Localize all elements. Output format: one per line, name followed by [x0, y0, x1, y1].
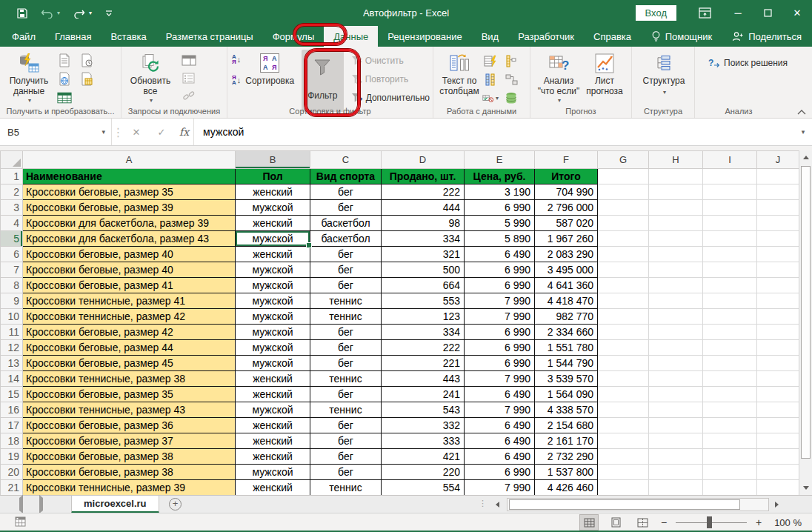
empty-cell[interactable] — [598, 278, 649, 293]
macro-record-button[interactable] — [15, 516, 27, 528]
maximize-button[interactable] — [753, 0, 782, 26]
empty-cell[interactable] — [649, 309, 703, 325]
cell-price[interactable]: 3 190 — [465, 184, 535, 200]
flash-fill-button[interactable] — [482, 53, 499, 68]
cell-name[interactable]: Кроссовки беговые, размер 39 — [23, 200, 236, 216]
cell-sold[interactable]: 220 — [382, 465, 465, 480]
cell-sold[interactable]: 332 — [382, 418, 465, 433]
row-header[interactable]: 1 — [1, 169, 23, 184]
cell-total[interactable]: 2 732 290 — [535, 449, 598, 465]
cell-price[interactable]: 6 490 — [465, 433, 535, 449]
sort-descending-button[interactable]: ЯА↓ — [232, 75, 241, 85]
zoom-slider[interactable] — [676, 516, 747, 528]
cell-gender[interactable]: женский — [236, 433, 310, 449]
cell-name[interactable]: Кроссовки беговые, размер 41 — [23, 278, 236, 293]
cell-price[interactable]: 7 990 — [465, 402, 535, 418]
undo-button[interactable]: ▾ — [41, 8, 60, 19]
row-header[interactable]: 15 — [1, 387, 23, 402]
cell-total[interactable]: 1 967 260 — [535, 231, 598, 247]
cell-price[interactable]: 6 990 — [465, 278, 535, 293]
cell-name[interactable]: Кроссовки теннисные, размер 42 — [23, 309, 236, 325]
cell-name[interactable]: Кроссовки для баскетбола, размер 39 — [23, 216, 236, 231]
structure-button[interactable]: Структура ▾ — [638, 50, 690, 96]
row-header[interactable]: 9 — [1, 293, 23, 309]
empty-cell[interactable] — [757, 231, 799, 247]
formula-bar-expand-icon[interactable]: ▾ — [794, 119, 812, 145]
horizontal-scrollbar[interactable] — [507, 498, 769, 511]
data-validation-button[interactable]: ▾ — [482, 90, 499, 105]
row-header[interactable]: 21 — [1, 480, 23, 496]
cell-total[interactable]: 1 544 790 — [535, 356, 598, 371]
scroll-right-button[interactable] — [771, 498, 784, 511]
empty-cell[interactable] — [757, 480, 799, 496]
manage-data-model-button[interactable] — [503, 90, 519, 105]
empty-cell[interactable] — [598, 402, 649, 418]
vertical-scrollbar-thumb[interactable] — [801, 166, 811, 459]
from-web-button[interactable] — [56, 72, 73, 87]
view-page-layout-button[interactable] — [606, 514, 625, 531]
zoom-level[interactable]: 100 % — [771, 517, 802, 528]
header-cell-total[interactable]: Итого — [535, 169, 598, 184]
forecast-sheet-button[interactable]: Лист прогноза — [582, 50, 627, 97]
refresh-all-button[interactable]: Обновить все ▾ — [126, 50, 175, 104]
cell-name[interactable]: Кроссовки беговые, размер 35 — [23, 184, 236, 200]
cell-name[interactable]: Кроссовки теннисные, размер 41 — [23, 293, 236, 309]
cell-total[interactable]: 4 338 570 — [535, 402, 598, 418]
cell-name[interactable]: Кроссовки беговые, размер 45 — [23, 356, 236, 371]
from-table-button[interactable] — [79, 72, 95, 87]
cell-gender[interactable]: женский — [236, 247, 310, 262]
empty-cell[interactable] — [649, 216, 703, 231]
cell-gender[interactable]: женский — [236, 371, 310, 387]
cell-sport[interactable]: бег — [310, 184, 382, 200]
cell-name[interactable]: Кроссовки теннисные, размер 39 — [23, 480, 236, 496]
empty-cell[interactable] — [598, 231, 649, 247]
empty-cell[interactable] — [598, 325, 649, 340]
row-header[interactable]: 6 — [1, 247, 23, 262]
empty-cell[interactable] — [598, 356, 649, 371]
cell-gender[interactable]: мужской — [236, 278, 310, 293]
empty-cell[interactable] — [757, 325, 799, 340]
empty-cell[interactable] — [703, 309, 757, 325]
cell-sold[interactable]: 543 — [382, 402, 465, 418]
properties-button[interactable] — [181, 71, 197, 86]
empty-cell[interactable] — [598, 216, 649, 231]
row-header[interactable]: 7 — [1, 262, 23, 278]
cell-gender[interactable]: женский — [236, 418, 310, 433]
empty-cell[interactable] — [598, 169, 649, 184]
cell-sport[interactable]: бег — [310, 387, 382, 402]
empty-cell[interactable] — [703, 418, 757, 433]
share-button[interactable]: Поделиться — [722, 31, 812, 42]
login-button[interactable]: Вход — [636, 5, 676, 21]
cell-gender[interactable]: мужской — [236, 293, 310, 309]
cell-sport[interactable]: теннис — [310, 371, 382, 387]
filter-button[interactable]: Фильтр — [302, 50, 343, 112]
new-sheet-button[interactable]: + — [169, 498, 182, 511]
cell-name[interactable]: Кроссовки беговые, размер 42 — [23, 325, 236, 340]
header-cell-gender[interactable]: Пол — [236, 169, 310, 184]
cell-sport[interactable]: бег — [310, 433, 382, 449]
cell-price[interactable]: 6 990 — [465, 262, 535, 278]
column-header[interactable]: I — [703, 151, 757, 169]
cell-total[interactable]: 704 990 — [535, 184, 598, 200]
empty-cell[interactable] — [649, 402, 703, 418]
cell-price[interactable]: 6 490 — [465, 387, 535, 402]
empty-cell[interactable] — [757, 293, 799, 309]
empty-cell[interactable] — [598, 433, 649, 449]
empty-cell[interactable] — [598, 309, 649, 325]
cell-sport[interactable]: теннис — [310, 480, 382, 496]
cell-name[interactable]: Кроссовки беговые, размер 40 — [23, 262, 236, 278]
empty-cell[interactable] — [649, 169, 703, 184]
cell-sport[interactable]: баскетбол — [310, 216, 382, 231]
empty-cell[interactable] — [598, 340, 649, 356]
empty-cell[interactable] — [757, 418, 799, 433]
cell-total[interactable]: 1 551 780 — [535, 340, 598, 356]
empty-cell[interactable] — [649, 247, 703, 262]
cell-total[interactable]: 2 796 000 — [535, 200, 598, 216]
cell-price[interactable]: 6 990 — [465, 200, 535, 216]
cell-gender[interactable]: женский — [236, 216, 310, 231]
empty-cell[interactable] — [649, 465, 703, 480]
ribbon-tab[interactable]: Вид — [472, 26, 509, 47]
cell-name[interactable]: Кроссовки беговые, размер 38 — [23, 465, 236, 480]
column-header[interactable]: J — [757, 151, 799, 169]
queries-connections-button[interactable] — [181, 53, 197, 68]
